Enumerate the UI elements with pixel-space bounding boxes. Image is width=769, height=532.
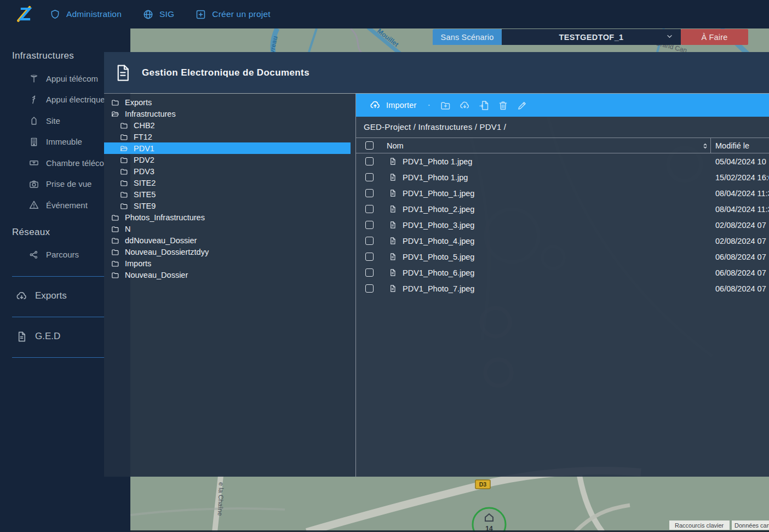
- file-name: PDV1_Photo_4.jpeg: [403, 237, 474, 245]
- cloud-down-icon: [459, 100, 470, 111]
- tree-folder-PDV3[interactable]: PDV3: [104, 165, 351, 177]
- cloud-down-icon: [15, 290, 28, 302]
- pole-telecom-icon: [28, 73, 39, 84]
- app-logo[interactable]: [13, 2, 37, 26]
- a-faire-status-button[interactable]: À Faire: [681, 29, 748, 45]
- file-row[interactable]: PDV1_Photo_4.jpeg02/08/2024 07: [356, 233, 769, 249]
- tree-folder-PDV2[interactable]: PDV2: [104, 154, 351, 165]
- file-row[interactable]: PDV1_Photo_6.jpeg06/08/2024 07: [356, 265, 769, 281]
- tree-folder-N[interactable]: N: [104, 223, 351, 234]
- row-checkbox[interactable]: [365, 173, 374, 181]
- globe-icon: [142, 9, 154, 20]
- move-file-button[interactable]: [477, 98, 492, 113]
- tree-folder-Nouveau_Dossier[interactable]: Nouveau_Dossier: [104, 269, 351, 281]
- network-icon: [28, 249, 39, 260]
- map-data-link: Données cartogr: [734, 522, 769, 529]
- file-icon: [388, 252, 397, 261]
- site-icon: [28, 115, 39, 126]
- column-header-modified[interactable]: Modifié le: [715, 141, 749, 150]
- file-icon: [388, 157, 397, 166]
- chamber-icon: [28, 157, 39, 168]
- tree-folder-SITE9[interactable]: SITE9: [104, 200, 351, 211]
- file-row[interactable]: PDV1_Photo_3.jpeg02/08/2024 07: [356, 217, 769, 233]
- delete-button[interactable]: [496, 98, 511, 113]
- file-icon: [388, 204, 397, 214]
- folder-closed-icon: [119, 167, 129, 176]
- topnav-administration[interactable]: Administration: [49, 9, 122, 20]
- tree-folder-PDV1[interactable]: PDV1: [104, 142, 351, 154]
- row-checkbox[interactable]: [365, 189, 374, 197]
- file-row[interactable]: PDV1_Photo_7.jpeg06/08/2024 07: [356, 281, 769, 296]
- row-checkbox[interactable]: [365, 221, 374, 229]
- tree-folder-SITE2[interactable]: SITE2: [104, 177, 351, 188]
- tree-folder-Nouveau_Dossiertztdyy[interactable]: Nouveau_Dossiertztdyy: [104, 246, 351, 258]
- row-checkbox[interactable]: [365, 268, 374, 277]
- tree-folder-Exports[interactable]: Exports: [104, 96, 351, 108]
- tree-folder-FT12[interactable]: FT12: [104, 131, 351, 142]
- tree-folder-Photos_Infrastructures[interactable]: Photos_Infrastructures: [104, 211, 351, 223]
- download-button[interactable]: [457, 98, 473, 113]
- tree-folder-Infrastructures[interactable]: Infrastructures: [104, 108, 351, 119]
- project-select-value: TESTGEDTOF_1: [559, 33, 623, 42]
- file-icon: [388, 220, 397, 230]
- upload-cloud-icon: [369, 99, 381, 111]
- file-name: PDV1_Photo_6.jpeg: [403, 268, 474, 277]
- sort-icon[interactable]: [701, 142, 709, 150]
- document-icon: [113, 62, 133, 84]
- sidebar-divider: [12, 276, 105, 277]
- file-list: PDV1_Photo 1.jpeg05/04/2024 10PDV1_Photo…: [356, 153, 769, 296]
- document-icon: [15, 330, 28, 343]
- column-divider: [710, 138, 711, 153]
- logo-icon: [14, 3, 36, 25]
- file-icon: [388, 188, 397, 198]
- file-toolbar: Importer ·: [356, 94, 769, 117]
- folder-tree: ExportsInfrastructuresCHB2FT12PDV1PDV2PD…: [104, 94, 356, 477]
- app: vreau Mouillet Grand Can e la Chaîne D3 …: [0, 0, 769, 532]
- file-name: PDV1_Photo 1.jpeg: [403, 157, 472, 166]
- tree-folder-Imports[interactable]: Imports: [104, 258, 351, 269]
- topbar: AdministrationSIGCréer un projet: [0, 0, 769, 28]
- topnav-sig[interactable]: SIG: [142, 9, 174, 20]
- file-row[interactable]: PDV1_Photo_5.jpeg06/08/2024 07: [356, 249, 769, 265]
- file-move-icon: [478, 100, 490, 111]
- row-checkbox[interactable]: [365, 237, 374, 245]
- file-name: PDV1_Photo_1.jpeg: [403, 189, 474, 198]
- file-row[interactable]: PDV1_Photo_1.jpeg08/04/2024 11:3: [356, 185, 769, 201]
- tree-folder-ddNouveau_Dossier[interactable]: ddNouveau_Dossier: [104, 234, 351, 246]
- folder-open-icon: [111, 110, 120, 118]
- top-navigation: AdministrationSIGCréer un projet: [49, 9, 271, 20]
- file-row[interactable]: PDV1_Photo 1.jpg15/02/2024 16:0: [356, 169, 769, 185]
- topnav-creer-un-projet[interactable]: Créer un projet: [195, 9, 270, 20]
- shield-icon: [49, 9, 61, 20]
- row-checkbox[interactable]: [365, 253, 374, 261]
- row-checkbox[interactable]: [365, 205, 374, 213]
- modal-header: Gestion Electronique de Documents: [104, 52, 769, 93]
- sans-scenario-button[interactable]: Sans Scénario: [433, 29, 502, 45]
- folder-closed-icon: [119, 156, 129, 164]
- column-header-name[interactable]: Nom: [387, 141, 404, 150]
- folder-closed-icon: [111, 236, 120, 245]
- file-name: PDV1_Photo_3.jpeg: [403, 221, 474, 230]
- tree-folder-SITE5[interactable]: SITE5: [104, 188, 351, 200]
- select-all-checkbox[interactable]: [365, 141, 374, 150]
- file-icon: [388, 268, 397, 277]
- file-name: PDV1_Photo_5.jpeg: [403, 253, 474, 261]
- pencil-icon: [517, 100, 528, 111]
- file-modified-date: 02/08/2024 07: [715, 221, 766, 230]
- sidebar-divider: [12, 317, 105, 317]
- map-attribution[interactable]: Raccourcis clavier Données cartogr: [669, 520, 769, 530]
- map-street-label: e la Chaîne: [216, 482, 225, 516]
- row-checkbox[interactable]: [365, 284, 374, 293]
- rename-button[interactable]: [515, 98, 530, 113]
- modal-title: Gestion Electronique de Documents: [142, 67, 309, 78]
- file-modified-date: 08/04/2024 11:3: [715, 189, 769, 198]
- row-checkbox[interactable]: [365, 157, 374, 165]
- file-row[interactable]: PDV1_Photo_2.jpeg08/04/2024 11:3: [356, 201, 769, 217]
- svg-text:D3: D3: [479, 481, 487, 488]
- new-folder-button[interactable]: [438, 98, 454, 113]
- file-row[interactable]: PDV1_Photo 1.jpeg05/04/2024 10: [356, 153, 769, 169]
- folder-closed-icon: [119, 202, 129, 210]
- project-select[interactable]: TESTGEDTOF_1: [502, 29, 681, 45]
- tree-folder-CHB2[interactable]: CHB2: [104, 119, 351, 131]
- import-button[interactable]: Importer: [366, 99, 420, 112]
